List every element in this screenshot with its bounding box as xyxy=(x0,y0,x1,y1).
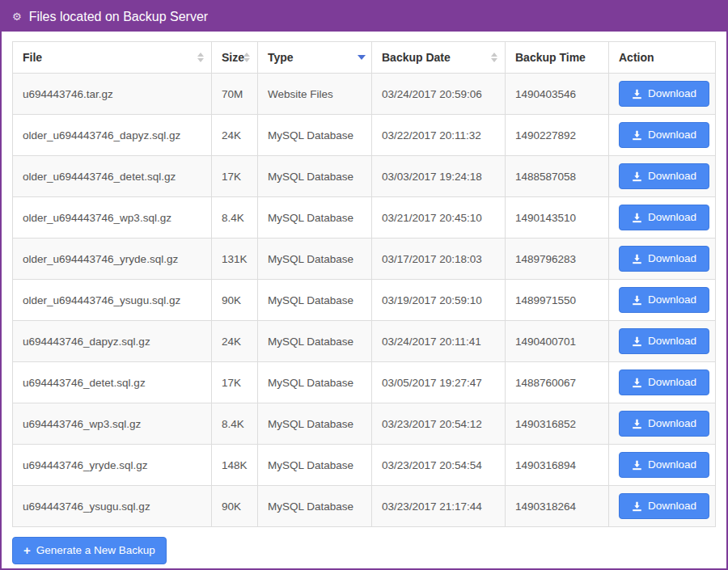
file-cell: u694443746_yryde.sql.gz xyxy=(13,445,212,486)
file-cell: u694443746_detet.sql.gz xyxy=(13,362,212,403)
download-button[interactable]: Download xyxy=(619,369,709,395)
type-cell: Website Files xyxy=(258,74,372,115)
backup-date-cell: 03/17/2017 20:18:03 xyxy=(372,239,506,280)
type-cell: MySQL Database xyxy=(258,321,372,362)
size-cell: 148K xyxy=(212,445,258,486)
column-header-type[interactable]: Type xyxy=(258,42,372,74)
table-row: older_u694443746_detet.sql.gz 17K MySQL … xyxy=(13,156,716,197)
cogs-icon: ⚙ xyxy=(12,11,22,22)
backup-date-cell: 03/24/2017 20:59:06 xyxy=(372,74,506,115)
size-cell: 90K xyxy=(212,486,258,527)
table-row: older_u694443746_wp3.sql.gz 8.4K MySQL D… xyxy=(13,197,716,239)
action-cell: Download xyxy=(609,486,716,527)
action-cell: Download xyxy=(609,321,716,362)
download-label: Download xyxy=(648,171,696,182)
download-button[interactable]: Download xyxy=(619,493,709,519)
backup-files-table: File Size Type Backup Date Backup Time A… xyxy=(12,41,716,527)
download-button[interactable]: Download xyxy=(619,81,709,107)
size-cell: 24K xyxy=(212,321,258,362)
file-cell: u694443746.tar.gz xyxy=(13,74,212,115)
column-header-backup-date[interactable]: Backup Date xyxy=(372,42,506,74)
size-cell: 8.4K xyxy=(212,197,258,239)
backup-date-cell: 03/23/2017 20:54:12 xyxy=(372,403,506,445)
backup-files-panel: ⚙ Files located on Backup Server File Si… xyxy=(0,0,728,570)
download-icon xyxy=(632,130,642,141)
sort-icon xyxy=(197,51,205,64)
column-label: Type xyxy=(268,51,303,64)
size-cell: 131K xyxy=(212,239,258,280)
backup-time-cell: 1490316852 xyxy=(506,403,609,445)
file-cell: older_u694443746_detet.sql.gz xyxy=(13,156,212,197)
download-label: Download xyxy=(648,377,696,388)
download-button[interactable]: Download xyxy=(619,328,709,354)
download-icon xyxy=(632,213,642,223)
type-cell: MySQL Database xyxy=(258,445,372,486)
table-row: u694443746_detet.sql.gz 17K MySQL Databa… xyxy=(13,362,716,403)
download-icon xyxy=(632,89,642,99)
type-cell: MySQL Database xyxy=(258,486,372,527)
column-label: Backup Date xyxy=(382,51,460,64)
action-cell: Download xyxy=(609,445,716,486)
download-label: Download xyxy=(648,129,696,141)
download-icon xyxy=(632,501,642,512)
action-cell: Download xyxy=(609,239,716,280)
backup-date-cell: 03/23/2017 21:17:44 xyxy=(372,486,506,527)
table-row: u694443746_dapyz.sql.gz 24K MySQL Databa… xyxy=(13,321,716,362)
download-button[interactable]: Download xyxy=(619,246,709,272)
size-cell: 8.4K xyxy=(212,403,258,445)
column-label: File xyxy=(23,51,52,64)
file-cell: older_u694443746_ysugu.sql.gz xyxy=(13,280,212,321)
table-row: u694443746_yryde.sql.gz 148K MySQL Datab… xyxy=(13,445,716,486)
download-icon xyxy=(632,254,642,264)
table-row: u694443746_wp3.sql.gz 8.4K MySQL Databas… xyxy=(13,403,716,445)
action-cell: Download xyxy=(609,115,716,156)
download-label: Download xyxy=(648,253,696,264)
file-cell: u694443746_dapyz.sql.gz xyxy=(13,321,212,362)
backup-date-cell: 03/05/2017 19:27:47 xyxy=(372,362,506,403)
download-label: Download xyxy=(648,212,696,223)
backup-time-cell: 1490143510 xyxy=(506,197,609,239)
panel-title: Files located on Backup Server xyxy=(29,10,208,24)
size-cell: 90K xyxy=(212,280,258,321)
size-cell: 24K xyxy=(212,115,258,156)
plus-icon: + xyxy=(23,546,31,555)
table-row: u694443746.tar.gz 70M Website Files 03/2… xyxy=(13,74,716,115)
table-body: u694443746.tar.gz 70M Website Files 03/2… xyxy=(13,74,716,527)
backup-time-cell: 1490400701 xyxy=(506,321,609,362)
download-label: Download xyxy=(648,500,696,512)
backup-date-cell: 03/22/2017 20:11:32 xyxy=(372,115,506,156)
type-cell: MySQL Database xyxy=(258,156,372,197)
column-label: Action xyxy=(619,51,664,64)
action-cell: Download xyxy=(609,280,716,321)
download-button[interactable]: Download xyxy=(619,287,709,313)
panel-header: ⚙ Files located on Backup Server xyxy=(2,2,726,32)
type-cell: MySQL Database xyxy=(258,362,372,403)
sort-icon xyxy=(243,51,251,64)
table-header-row: File Size Type Backup Date Backup Time A… xyxy=(13,42,716,74)
download-icon xyxy=(632,171,642,182)
column-header-size[interactable]: Size xyxy=(212,42,258,74)
download-label: Download xyxy=(648,418,696,429)
size-cell: 70M xyxy=(212,74,258,115)
generate-backup-button[interactable]: + Generate a New Backup xyxy=(12,537,167,564)
backup-time-cell: 1490227892 xyxy=(506,115,609,156)
column-header-file[interactable]: File xyxy=(13,42,212,74)
download-button[interactable]: Download xyxy=(619,163,709,189)
download-button[interactable]: Download xyxy=(619,452,709,478)
action-cell: Download xyxy=(609,403,716,445)
download-label: Download xyxy=(648,459,696,471)
download-button[interactable]: Download xyxy=(619,205,709,230)
backup-date-cell: 03/21/2017 20:45:10 xyxy=(372,197,506,239)
table-row: older_u694443746_ysugu.sql.gz 90K MySQL … xyxy=(13,280,716,321)
type-cell: MySQL Database xyxy=(258,197,372,239)
backup-date-cell: 03/19/2017 20:59:10 xyxy=(372,280,506,321)
action-cell: Download xyxy=(609,74,716,115)
download-button[interactable]: Download xyxy=(619,411,709,437)
column-header-backup-time: Backup Time xyxy=(506,42,609,74)
backup-time-cell: 1488760067 xyxy=(506,362,609,403)
type-cell: MySQL Database xyxy=(258,115,372,156)
type-cell: MySQL Database xyxy=(258,280,372,321)
backup-time-cell: 1490316894 xyxy=(506,445,609,486)
download-button[interactable]: Download xyxy=(619,122,709,148)
action-cell: Download xyxy=(609,197,716,239)
